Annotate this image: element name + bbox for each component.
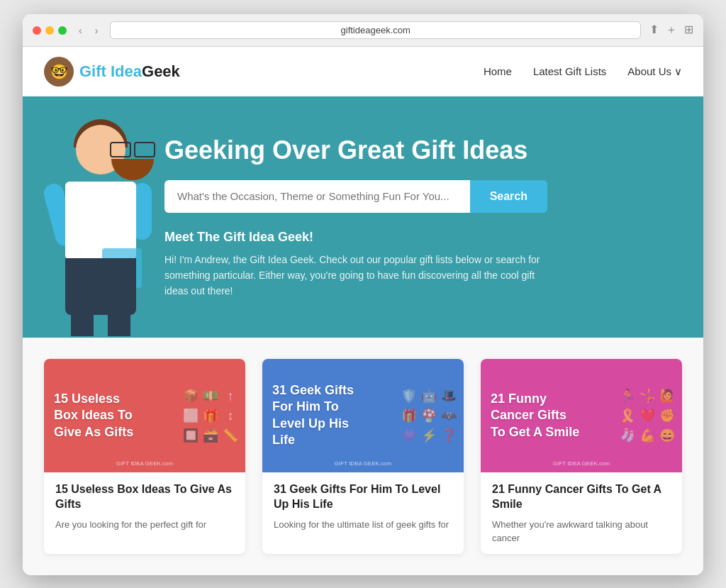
card-1-body: 15 Useless Box Ideas To Give As Gifts Ar… <box>44 472 245 540</box>
card-3-body: 21 Funny Cancer Gifts To Get A Smile Whe… <box>481 472 682 554</box>
thumb-icon: ↕ <box>223 408 238 423</box>
logo-text: Gift IdeaGeek <box>79 62 180 81</box>
card-3-thumb-title: 21 Funny Cancer Gifts To Get A Smile <box>491 391 583 440</box>
address-bar[interactable]: giftideageek.com <box>110 21 641 39</box>
thumb-icon: 😄 <box>659 428 675 443</box>
hero-content: Geeking Over Great Gift Ideas Search Mee… <box>164 135 547 299</box>
thumb-icon: 🤖 <box>421 388 437 404</box>
nav-latest-gift-lists[interactable]: Latest Gift Lists <box>533 65 606 77</box>
card-2-thumb-title: 31 Geek Gifts For Him To Level Up His Li… <box>272 382 364 449</box>
thumb-icon: ⚡ <box>421 428 437 443</box>
about-us-label: About Us <box>627 65 671 77</box>
cards-section: 15 Useless Box Ideas To Give As Gifts 📦 … <box>23 338 703 575</box>
card-3-icons: 🏃 🤸 🙋 🎗️ ❤️ ✊ 🧦 💪 😄 <box>620 388 675 443</box>
card-3[interactable]: 21 Funny Cancer Gifts To Get A Smile 🏃 🤸… <box>481 359 682 554</box>
thumb-icon: 💪 <box>640 428 655 443</box>
thumb-icon: 📦 <box>183 388 199 404</box>
new-tab-icon: ＋ <box>666 23 677 38</box>
card-3-logo: GIFT IDEA GEEK.com <box>553 460 610 467</box>
thumb-icon: ✊ <box>659 408 675 423</box>
site-header: 🤓 Gift IdeaGeek Home Latest Gift Lists A… <box>23 47 703 96</box>
char-torso <box>65 182 136 260</box>
hero-subtitle: Meet The Gift Idea Geek! <box>164 230 547 245</box>
nav-home[interactable]: Home <box>484 65 512 77</box>
card-2-thumbnail: 31 Geek Gifts For Him To Level Up His Li… <box>262 359 464 472</box>
card-2-icons: 🛡️ 🤖 🎩 🎁 🍄 🦇 👾 ⚡ ❓ <box>401 388 457 443</box>
card-1-icons: 📦 💵 ↑ ⬜ 🎁 ↕ 🔲 🗃️ 📏 <box>183 388 238 443</box>
close-button[interactable] <box>33 26 41 35</box>
site-nav: Home Latest Gift Lists About Us ∨ <box>484 65 682 78</box>
back-button[interactable]: ‹ <box>75 23 86 38</box>
card-2-title: 31 Geek Gifts For Him To Level Up His Li… <box>274 482 452 512</box>
forward-button[interactable]: › <box>91 23 102 38</box>
thumb-icon: 👾 <box>401 428 417 443</box>
thumb-icon: 🛡️ <box>401 388 417 404</box>
card-2-logo: GIFT IDEA GEEK.com <box>335 460 391 467</box>
hero-section: Geeking Over Great Gift Ideas Search Mee… <box>23 96 703 338</box>
card-1[interactable]: 15 Useless Box Ideas To Give As Gifts 📦 … <box>44 359 245 554</box>
hero-description: Hi! I'm Andrew, the Gift Idea Geek. Chec… <box>164 252 547 299</box>
thumb-icon: ⬜ <box>183 408 199 423</box>
card-3-title: 21 Funny Cancer Gifts To Get A Smile <box>492 482 671 512</box>
search-input[interactable] <box>164 180 470 213</box>
char-glasses <box>110 142 155 155</box>
maximize-button[interactable] <box>58 26 67 35</box>
card-2-excerpt: Looking for the ultimate list of geek gi… <box>274 518 452 532</box>
thumb-icon: 🗃️ <box>203 428 218 443</box>
card-2-body: 31 Geek Gifts For Him To Level Up His Li… <box>262 472 464 540</box>
char-pants <box>65 258 136 315</box>
thumb-icon: 🧦 <box>620 428 635 443</box>
search-bar: Search <box>164 180 547 213</box>
card-1-excerpt: Are you looking for the perfect gift for <box>55 518 234 532</box>
logo-geek-text: Geek <box>142 62 180 80</box>
logo-gift-text: Gift Idea <box>79 62 142 80</box>
card-1-title: 15 Useless Box Ideas To Give As Gifts <box>55 482 234 512</box>
browser-actions: ⬆ ＋ ⊞ <box>649 23 693 38</box>
thumb-icon: ❤️ <box>640 408 655 423</box>
site-logo[interactable]: 🤓 Gift IdeaGeek <box>44 57 180 87</box>
search-button[interactable]: Search <box>470 180 547 213</box>
thumb-icon: 🎩 <box>441 388 457 404</box>
char-left-leg <box>71 308 94 336</box>
thumb-icon: 🏃 <box>620 388 635 404</box>
nav-controls: ‹ › <box>75 23 101 38</box>
card-3-excerpt: Whether you're awkward talking about can… <box>492 518 671 545</box>
hero-title: Geeking Over Great Gift Ideas <box>164 135 547 165</box>
traffic-lights <box>33 26 67 35</box>
nav-about-us[interactable]: About Us ∨ <box>627 65 682 78</box>
grid-icon: ⊞ <box>684 23 693 38</box>
logo-icon: 🤓 <box>44 57 74 87</box>
card-2[interactable]: 31 Geek Gifts For Him To Level Up His Li… <box>262 359 464 554</box>
thumb-icon: 🍄 <box>421 408 437 423</box>
share-icon: ⬆ <box>649 23 659 38</box>
thumb-icon: 🎁 <box>203 408 218 423</box>
thumb-icon: 🎗️ <box>620 408 635 423</box>
thumb-icon: 🙋 <box>659 388 675 404</box>
thumb-icon: 🎁 <box>401 408 417 423</box>
char-beard <box>111 159 154 180</box>
thumb-icon: 🦇 <box>441 408 457 423</box>
thumb-icon: 🔲 <box>183 428 199 443</box>
about-us-chevron-icon: ∨ <box>674 65 682 78</box>
card-1-logo: GIFT IDEA GEEK.com <box>116 460 173 467</box>
browser-chrome: ‹ › giftideageek.com ⬆ ＋ ⊞ <box>23 14 703 47</box>
thumb-icon: ❓ <box>441 428 457 443</box>
card-1-thumb-title: 15 Useless Box Ideas To Give As Gifts <box>54 391 146 440</box>
browser-window: ‹ › giftideageek.com ⬆ ＋ ⊞ 🤓 Gift IdeaGe… <box>23 14 703 575</box>
thumb-icon: 💵 <box>203 388 218 404</box>
thumb-icon: ↑ <box>223 388 238 404</box>
thumb-icon: 📏 <box>223 428 238 443</box>
card-1-thumbnail: 15 Useless Box Ideas To Give As Gifts 📦 … <box>44 359 245 472</box>
hero-character <box>44 125 157 338</box>
char-right-leg <box>108 308 130 336</box>
card-3-thumbnail: 21 Funny Cancer Gifts To Get A Smile 🏃 🤸… <box>481 359 682 472</box>
thumb-icon: 🤸 <box>640 388 655 404</box>
minimize-button[interactable] <box>45 26 54 35</box>
char-head <box>76 125 125 174</box>
